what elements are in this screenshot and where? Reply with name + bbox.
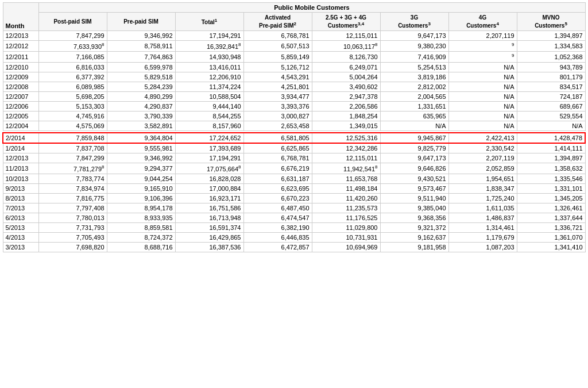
table-cell: 12,206,910 [175,72,243,82]
table-cell: 8,859,581 [107,222,175,232]
table-cell: 6,382,190 [243,222,312,232]
table-cell: 1,179,679 [448,232,517,242]
table-cell: 9,430,521 [380,174,448,183]
table-row: 12/20137,847,2999,346,99217,194,2916,768… [3,31,585,41]
table-cell: 1,414,111 [517,143,585,153]
table-cell: 9,945,867 [380,133,448,143]
table-row: 12/20086,089,9855,284,23911,374,2244,251… [3,82,585,91]
table-cell: 6,625,865 [243,143,312,153]
superscript: 9 [512,42,514,47]
table-cell: 2,947,378 [312,91,380,101]
table-cell: 3,582,891 [107,121,175,130]
superscript: 8 [375,42,377,47]
table-cell: 12/2005 [3,111,38,121]
table-cell: 2,052,859 [448,163,517,174]
table-cell: 17,194,291 [175,153,243,163]
table-cell: 6,472,857 [243,242,312,252]
table-cell: 7,781,2798 [38,163,107,174]
table-cell: 6,249,071 [312,62,380,72]
table-cell: 2/2014 [3,133,38,143]
table-cell: 1,331,101 [517,183,585,193]
table-cell: 529,554 [517,111,585,121]
table-cell: 8,688,716 [107,242,175,252]
table-cell: 4,890,299 [107,91,175,101]
table-cell: 11,653,768 [312,174,380,183]
table-cell: 4,251,801 [243,82,312,91]
table-cell: 1,394,897 [517,153,585,163]
table-cell: 2,653,458 [243,121,312,130]
table-row: 12/20117,166,0857,764,86314,930,9485,859… [3,51,585,62]
table-cell: 6,768,781 [243,31,312,41]
table-cell: 6,581,805 [243,133,312,143]
table-cell: 9,294,377 [107,163,175,174]
table-cell: 14,930,948 [175,51,243,62]
table-cell: 17,075,6648 [175,163,243,174]
superscript: 8 [102,42,104,47]
table-cell: 6,676,219 [243,163,312,174]
table-cell: 1,326,461 [517,203,585,213]
table-cell: 7,764,863 [107,51,175,62]
table-cell: 12,115,011 [312,153,380,163]
table-cell: 1,361,070 [517,232,585,242]
table-cell: 7,834,974 [38,183,107,193]
table-cell: 11,420,260 [312,193,380,203]
table-cell: 11,176,525 [312,213,380,222]
table-cell: 3,490,602 [312,82,380,91]
table-cell: 7,633,9308 [38,41,107,52]
table-cell: 9,364,804 [107,133,175,143]
table-cell: 4,290,837 [107,101,175,111]
table-cell: 9,646,826 [380,163,448,174]
table-cell: 17,224,652 [175,133,243,143]
table-row: 3/20137,698,8208,688,71616,387,5366,472,… [3,242,585,252]
table-cell: 7,166,085 [38,51,107,62]
table-cell: 8,758,911 [107,41,175,52]
table-cell: 1,334,583 [517,41,585,52]
table-row: 8/20137,816,7759,106,39616,923,1716,670,… [3,193,585,203]
table-cell: 1,848,254 [312,111,380,121]
table-cell: 12,525,316 [312,133,380,143]
table-row: 12/20044,575,0693,582,8918,157,9602,653,… [3,121,585,130]
table-cell: 7,780,013 [38,213,107,222]
table-cell: 2,206,586 [312,101,380,111]
table-row: 12/20137,847,2999,346,99217,194,2916,768… [3,153,585,163]
table-cell: 1,838,347 [448,183,517,193]
table-cell: N/A [448,111,517,121]
table-row: 11/20137,781,27989,294,37717,075,66486,6… [3,163,585,174]
table-cell: 12/2008 [3,82,38,91]
table-cell: 834,517 [517,82,585,91]
table-cell: 9,368,356 [380,213,448,222]
table-cell: 9 [448,41,517,52]
table-cell: 8,933,935 [107,213,175,222]
col-header-4g: 4GCustomers4 [448,13,517,31]
superscript-total: 1 [215,18,217,23]
col-header-total: Total1 [175,13,243,31]
table-cell: 3,000,827 [243,111,312,121]
table-row: 12/20065,153,3034,290,8379,444,1403,393,… [3,101,585,111]
table-row: 10/20137,783,7749,044,25416,828,0286,631… [3,174,585,183]
table-cell: 4/2013 [3,232,38,242]
table-cell: 11,942,5418 [312,163,380,174]
table-cell: 8,126,730 [312,51,380,62]
table-cell: 12/2011 [3,51,38,62]
col-header-postpaid: Post-paid SIM [38,13,107,31]
col-header-3g: 3GCustomers3 [380,13,448,31]
table-cell: 9,825,779 [380,143,448,153]
table-cell: 9,511,940 [380,193,448,203]
table-cell: 3,393,376 [243,101,312,111]
table-row: 12/20054,745,9163,790,3398,544,2553,000,… [3,111,585,121]
table-cell: N/A [448,121,517,130]
table-cell: 12,342,286 [312,143,380,153]
table-cell: 4,575,069 [38,121,107,130]
table-cell: 1,611,035 [448,203,517,213]
table-cell: 1,087,203 [448,242,517,252]
table-cell: 9,346,992 [107,153,175,163]
table-cell: 6,507,513 [243,41,312,52]
table-cell: 6,631,187 [243,174,312,183]
table-cell: 5,004,264 [312,72,380,82]
table-cell: 9,106,396 [107,193,175,203]
table-cell: 9,380,230 [380,41,448,52]
table-cell: 11,374,224 [175,82,243,91]
table-cell: 7,731,793 [38,222,107,232]
table-cell: 16,751,586 [175,203,243,213]
table-cell: 9,181,958 [380,242,448,252]
